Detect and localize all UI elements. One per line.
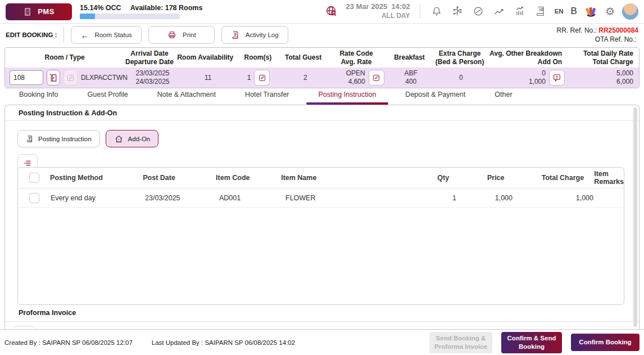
send-booking-proforma-button: Send Booking & Proforma Invoice — [429, 332, 492, 353]
globe-search-icon[interactable] — [325, 5, 338, 18]
col-total-guest: Total Guest — [280, 53, 327, 62]
tab-other[interactable]: Other — [480, 89, 527, 105]
room-type-value: DLXPACCTWN — [81, 74, 128, 82]
pms-app-label: PMS — [38, 7, 55, 16]
tab-note-attachment[interactable]: Note & Attachment — [143, 89, 230, 105]
booking-tabs: Booking Info Guest Profile Note & Attach… — [4, 89, 640, 105]
add-on-table-row: Every end day 23/03/2025 AD001 FLOWER 1 … — [18, 188, 624, 208]
edit-room-button-disabled — [64, 70, 77, 86]
section-title: Posting Instruction & Add-On — [19, 109, 639, 117]
col-extra-charge: Extra Charge (Bed & Person) — [433, 50, 486, 66]
reference-numbers: RR. Ref. No.: RR25000084 OTA Ref. No.: — [557, 26, 638, 44]
col-dates: Arrival Date Departure Date — [124, 50, 175, 66]
report-document-icon[interactable] — [534, 5, 547, 18]
select-all-checkbox[interactable] — [29, 173, 39, 183]
activity-log-button[interactable]: Activity Log — [221, 26, 288, 44]
rr-ref-value: RR25000084 — [598, 26, 638, 34]
tab-hotel-transfer[interactable]: Hotel Transfer — [230, 89, 304, 105]
select-all-cell — [18, 173, 50, 183]
toolbar-divider — [64, 27, 64, 43]
panel-scrollbar[interactable] — [633, 107, 637, 327]
edit-booking-toolbar: EDIT BOOKING : ← Room Status Print — [0, 24, 644, 46]
total-guest-cell: 2 — [282, 74, 329, 82]
pms-edit-booking-screen: PMS 15.14% OCC Available: 178 Rooms — [0, 0, 644, 355]
b-shortcut[interactable]: B — [571, 6, 577, 17]
settings-gear-icon[interactable]: ⚙ — [605, 6, 615, 17]
edit-booking-label: EDIT BOOKING : — [6, 32, 57, 38]
add-on-toggle[interactable]: Add-On — [106, 130, 159, 147]
add-on-table: Posting Method Post Date Item Code Item … — [17, 167, 624, 305]
tab-posting-instruction[interactable]: Posting Instruction — [304, 89, 391, 105]
hierarchy-icon[interactable] — [451, 5, 464, 18]
language-selector[interactable]: EN — [555, 8, 564, 15]
col-rooms: Room(s) — [236, 53, 280, 62]
rate-cell: OPEN 4,600 — [329, 69, 388, 86]
tab-guest-profile[interactable]: Guest Profile — [73, 89, 143, 105]
row-select-cell — [18, 193, 51, 203]
header-divider — [420, 4, 420, 19]
col-availability: Room Availability — [175, 53, 236, 62]
room-number-input[interactable] — [10, 70, 43, 85]
line-chart-icon[interactable] — [492, 5, 506, 18]
all-day-label: ALL DAY — [346, 12, 410, 21]
booking-summary-table: Room / Type Arrival Date Departure Date … — [4, 47, 640, 88]
breakfast-cell: ABF 400 — [388, 69, 434, 86]
col-breakdown: Avg. Other Breakdown Add On — [487, 50, 568, 66]
room-status-button[interactable]: ← Room Status — [71, 26, 141, 44]
house-icon — [114, 134, 124, 143]
user-avatar[interactable] — [622, 3, 638, 20]
created-by-text: Created By : SAIPARN SP 06/08/2025 12:07 — [4, 339, 133, 346]
back-arrow-icon: ← — [80, 30, 89, 40]
col-room-type: Room / Type — [5, 53, 124, 62]
breakdown-cell: 0 1,000 — [488, 69, 568, 86]
assign-room-button[interactable] — [47, 70, 60, 86]
booking-row: DLXPACCTWN 23/03/2025 24/03/2025 11 1 2 — [5, 68, 639, 88]
available-rooms: Available: 178 Rooms — [130, 4, 203, 12]
posting-instruction-panel: Posting Instruction & Add-On Posting Ins… — [4, 105, 640, 329]
dates-cell: 23/03/2025 24/03/2025 — [128, 69, 178, 86]
view-toggles: Posting Instruction Add-On — [17, 130, 639, 147]
activity-log-icon — [231, 30, 240, 40]
confirm-send-booking-button[interactable]: Confirm & Send Booking — [501, 332, 562, 353]
col-total: Total Daily Rate Total Charge — [568, 50, 639, 66]
ota-ref-label: OTA Ref. No.: — [595, 35, 637, 43]
section-divider — [5, 120, 639, 121]
room-cell: DLXPACCTWN — [5, 70, 128, 86]
occupancy-progress-bar — [80, 14, 180, 19]
availability-cell: 11 — [178, 74, 238, 82]
col-breakfast: Breakfast — [386, 53, 433, 62]
datetime-display: 23 Mar 2025 14:02 ALL DAY — [346, 2, 410, 20]
edit-rate-button[interactable] — [369, 70, 384, 86]
posting-instruction-toggle[interactable]: Posting Instruction — [17, 130, 100, 147]
edit-rooms-button[interactable] — [254, 70, 270, 86]
gauge-icon[interactable] — [471, 5, 485, 18]
bar-chart-icon[interactable] — [513, 5, 527, 18]
total-cell: 5,000 6,000 — [568, 69, 639, 86]
pms-app-badge[interactable]: PMS — [6, 3, 72, 20]
extra-charge-cell: 0 — [434, 74, 488, 82]
confirm-booking-button[interactable]: Confirm Booking — [571, 334, 640, 351]
breakdown-detail-button[interactable] — [549, 70, 565, 86]
last-updated-text: Last Updated By : SAIPARN SP 06/08/2025 … — [152, 339, 295, 346]
rr-ref-label: RR. Ref. No.: — [557, 26, 597, 34]
tab-deposit-payment[interactable]: Deposit & Payment — [391, 89, 480, 105]
add-on-table-header: Posting Method Post Date Item Code Item … — [18, 168, 624, 188]
occupancy-percent: 15.14% OCC — [80, 4, 121, 12]
top-header-bar: PMS 15.14% OCC Available: 178 Rooms — [0, 0, 644, 24]
footer-bar: Created By : SAIPARN SP 06/08/2025 12:07… — [0, 329, 644, 355]
print-button[interactable]: Print — [148, 26, 215, 44]
document-icon — [26, 134, 34, 143]
tab-booking-info[interactable]: Booking Info — [4, 89, 73, 105]
notification-bell-icon[interactable] — [430, 5, 443, 18]
occupancy-block: 15.14% OCC Available: 178 Rooms — [80, 4, 202, 19]
col-rate-code: Rate Code Avg. Rate — [327, 50, 386, 66]
building-icon — [23, 7, 32, 16]
booking-table-header: Room / Type Arrival Date Departure Date … — [5, 48, 639, 68]
row-checkbox[interactable] — [29, 193, 39, 203]
rooms-cell: 1 — [238, 70, 282, 86]
theme-palette-icon[interactable] — [584, 5, 598, 18]
proforma-invoice-title: Proforma Invoice — [19, 309, 76, 317]
printer-icon — [167, 30, 177, 39]
proforma-divider — [5, 321, 639, 322]
